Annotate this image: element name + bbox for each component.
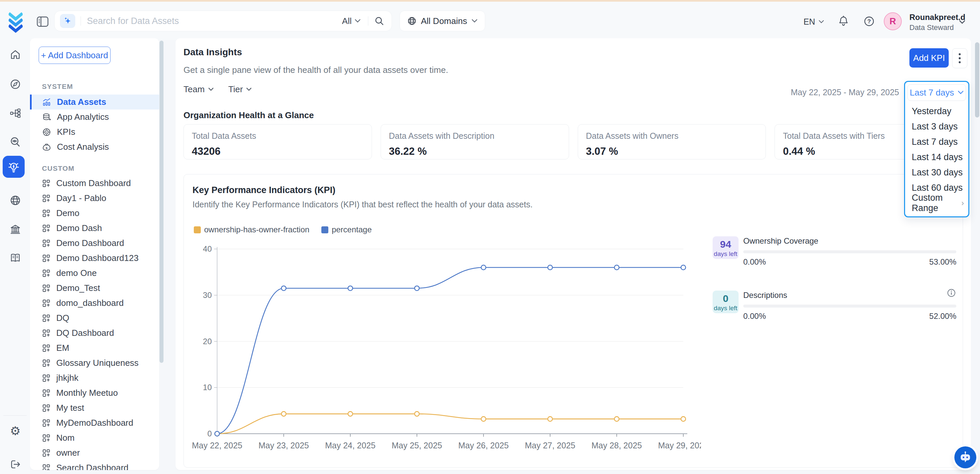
sidebar-item-custom[interactable]: Monthly Meetuo [30, 385, 159, 401]
all-domains-dropdown[interactable]: All Domains [399, 11, 485, 31]
dashboard-grid-icon [42, 209, 51, 218]
dashboard-grid-icon [42, 254, 51, 262]
chevron-down-icon [958, 91, 964, 94]
legend-item[interactable]: ownership-has-owner-fraction [194, 225, 309, 234]
language-selector[interactable]: EN [803, 17, 824, 27]
dashboard-grid-icon [42, 224, 51, 233]
database-icon [42, 113, 51, 122]
user-info[interactable]: Rounakpreet.d Data Steward [909, 13, 965, 32]
kpi-line-chart[interactable]: 010203040May 22, 2025May 23, 2025May 24,… [186, 239, 701, 460]
lineage-icon[interactable] [10, 108, 21, 119]
range-option[interactable]: Last 30 days [907, 165, 966, 180]
range-option[interactable]: Last 3 days [907, 119, 966, 134]
sidebar-item-label: KPIs [57, 127, 75, 137]
compass-icon[interactable] [10, 78, 21, 90]
search-scope-dropdown[interactable]: All [342, 16, 361, 26]
more-options-button[interactable] [952, 48, 967, 68]
kpi-section-subtitle: Identify the Key Performance Indicators … [192, 200, 533, 209]
sidebar-item-cost-analysis[interactable]: $ Cost Analysis [30, 140, 159, 154]
svg-text:May 26, 2025: May 26, 2025 [458, 441, 509, 450]
add-dashboard-button[interactable]: + Add Dashboard [39, 46, 111, 64]
sidebar-item-custom[interactable]: domo_dashboard [30, 296, 159, 310]
help-icon[interactable]: ? [864, 16, 875, 28]
svg-text:30: 30 [203, 291, 212, 300]
sidebar-item-custom[interactable]: MyDemoDashboard [30, 415, 159, 430]
sidebar-item-custom[interactable]: Custom Dashboard [30, 176, 159, 191]
dashboard-grid-icon [42, 419, 51, 428]
range-dropdown-trigger[interactable]: Last 7 days [907, 84, 966, 101]
ai-sparkle-icon[interactable] [60, 14, 75, 28]
sidebar-item-custom[interactable]: Demo [30, 206, 159, 221]
search-icon[interactable] [374, 16, 384, 26]
glossary-book-icon[interactable] [10, 252, 21, 264]
user-role: Data Steward [909, 23, 965, 32]
sidebar-item-custom[interactable]: DQ [30, 310, 159, 326]
kpi-status-name: Descriptions [743, 291, 956, 300]
custom-section-label: CUSTOM [42, 164, 159, 172]
date-range-selector: Last 7 days YesterdayLast 3 daysLast 7 d… [904, 81, 969, 217]
sidebar-toggle-icon[interactable] [37, 16, 49, 28]
dashboard-grid-icon [42, 359, 51, 367]
sidebar-scrollbar[interactable] [159, 41, 164, 363]
sidebar-item-custom[interactable]: Day1 - Pablo [30, 191, 159, 206]
glance-card-label: Total Data Assets [192, 131, 364, 141]
svg-text:May 24, 2025: May 24, 2025 [325, 441, 375, 450]
sidebar-item-custom[interactable]: Glossary Uniqueness [30, 355, 159, 371]
home-icon[interactable] [10, 49, 21, 60]
sidebar-item-custom[interactable]: Demo Dashboard123 [30, 251, 159, 266]
sidebar-item-app-analytics[interactable]: App Analytics [30, 110, 159, 124]
add-kpi-button[interactable]: Add KPI [909, 48, 949, 68]
dashboard-grid-icon [42, 389, 51, 398]
sidebar-item-data-assets[interactable]: Data Assets [30, 94, 159, 110]
sidebar-item-custom[interactable]: My test [30, 401, 159, 415]
info-icon[interactable] [947, 288, 956, 298]
kpi-min-value: 0.00% [743, 257, 766, 267]
svg-text:May 23, 2025: May 23, 2025 [258, 441, 309, 450]
discover-icon[interactable] [10, 137, 21, 148]
sidebar-item-label: Demo Dashboard123 [56, 253, 138, 263]
page-subtitle: Get a single pane view of the health of … [183, 65, 448, 75]
sidebar-item-custom[interactable]: EM [30, 340, 159, 355]
globe-icon[interactable] [10, 195, 21, 206]
sidebar-item-custom[interactable]: Search Dashboard [30, 460, 159, 470]
range-option-label: Custom Range [912, 193, 961, 213]
sidebar-item-custom[interactable]: Demo Dashboard [30, 236, 159, 251]
user-avatar[interactable]: R [884, 12, 902, 30]
kpi-status-row: 94days leftOwnership Coverage0.00%53.00% [713, 236, 956, 267]
days-left-badge: 94days left [713, 236, 738, 259]
sidebar-item-custom[interactable]: Nom [30, 430, 159, 445]
legend-swatch [321, 226, 328, 233]
sidebar-item-custom[interactable]: Demo_Test [30, 281, 159, 296]
sidebar-item-custom[interactable]: Demo Dash [30, 221, 159, 236]
range-option[interactable]: Last 14 days [907, 150, 966, 165]
range-option[interactable]: Yesterday [907, 103, 966, 119]
legend-item[interactable]: percentage [321, 225, 372, 234]
range-option[interactable]: Last 7 days [907, 134, 966, 150]
kpi-section-title: Key Performance Indicators (KPI) [192, 185, 335, 196]
search-input[interactable]: Search for Data Assets [87, 16, 342, 26]
settings-gear-icon[interactable]: ⚙ [10, 425, 21, 437]
insights-active-tab[interactable] [3, 156, 25, 178]
sidebar-item-custom[interactable]: owner [30, 445, 159, 460]
dashboard-grid-icon [42, 449, 51, 457]
notifications-bell-icon[interactable] [838, 15, 849, 29]
robot-chat-icon [958, 450, 973, 465]
sidebar-item-custom[interactable]: DQ Dashboard [30, 326, 159, 340]
global-search-bar[interactable]: Search for Data Assets All [54, 11, 392, 31]
page-scrollbar[interactable] [975, 42, 979, 118]
dashboard-grid-icon [42, 239, 51, 248]
dashboard-grid-icon [42, 299, 51, 307]
range-option[interactable]: Custom Range› [907, 196, 966, 211]
main-panel: Data Insights Get a single pane view of … [175, 38, 971, 470]
chat-assistant-button[interactable] [955, 446, 976, 468]
governance-bank-icon[interactable] [10, 224, 21, 235]
sidebar-item-kpis[interactable]: KPIs [30, 124, 159, 140]
team-filter-dropdown[interactable]: Team [183, 84, 214, 94]
sidebar-item-custom[interactable]: jhkjhk [30, 371, 159, 385]
logout-icon[interactable] [10, 459, 21, 470]
tier-filter-dropdown[interactable]: Tier [228, 84, 252, 94]
user-menu-chevron-icon[interactable] [959, 20, 965, 25]
sidebar-item-custom[interactable]: demo One [30, 266, 159, 281]
atlan-logo-icon[interactable] [9, 12, 23, 34]
target-icon [42, 127, 51, 137]
